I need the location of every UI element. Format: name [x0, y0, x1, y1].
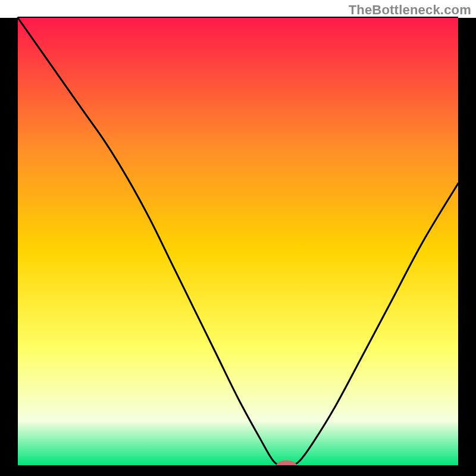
frame-right: [458, 18, 476, 476]
bottleneck-chart: [0, 0, 476, 476]
frame-bottom: [0, 465, 476, 476]
chart-container: TheBottleneck.com: [0, 0, 476, 476]
frame-left: [0, 18, 18, 476]
attribution-label: TheBottleneck.com: [349, 2, 471, 18]
